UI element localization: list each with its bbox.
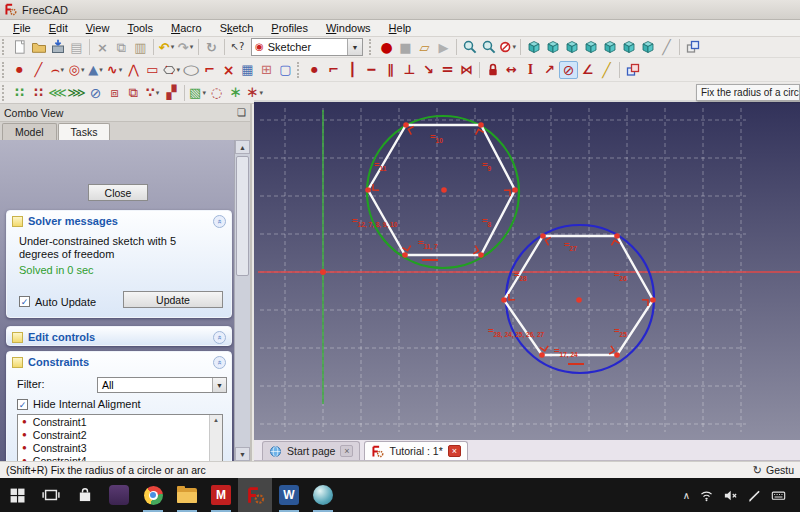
wifi-icon[interactable] <box>699 488 714 503</box>
tab-close-icon[interactable]: × <box>340 445 353 457</box>
constrain-horizontal-button[interactable]: ━ <box>362 61 381 79</box>
view-front-button[interactable] <box>543 38 562 56</box>
menu-edit[interactable]: Edit <box>40 21 77 35</box>
hide-internal-checkbox[interactable]: ✓ <box>17 399 28 410</box>
draw-style-button-dropdown[interactable]: ▾ <box>512 43 516 51</box>
auto-update-checkbox[interactable]: ✓ <box>19 296 30 307</box>
create-circle-button-dropdown[interactable]: ▾ <box>81 66 85 74</box>
constrain-angle-button[interactable]: ∠ <box>578 61 597 79</box>
volume-muted-icon[interactable] <box>723 488 738 503</box>
paste-button[interactable]: ▥ <box>131 38 150 56</box>
create-fillet-button[interactable]: ⌐ <box>200 61 219 79</box>
save-file-button[interactable] <box>48 38 67 56</box>
print-button[interactable]: ▤ <box>67 38 86 56</box>
collapse-solver-icon[interactable]: » <box>213 215 226 228</box>
increase-knot-button-dropdown[interactable]: ▾ <box>260 89 264 97</box>
convert-to-nurbs-button[interactable]: ◌ <box>207 84 226 102</box>
increase-knot-button[interactable]: ∗▾ <box>245 84 264 102</box>
construction-mode-button[interactable]: ▢ <box>276 61 295 79</box>
trim-edge-button[interactable]: × <box>219 61 238 79</box>
close-task-button[interactable]: Close <box>88 184 148 201</box>
store-app-icon[interactable] <box>68 478 102 512</box>
create-point-button[interactable]: ● <box>10 61 29 79</box>
tasks-scrollbar[interactable]: ▲ ▼ <box>234 140 250 461</box>
combo-view-header[interactable]: Combo View ❏ <box>0 104 250 122</box>
gesture-icon[interactable]: ↻ <box>753 464 762 477</box>
macro-stop-button[interactable]: ■ <box>396 38 415 56</box>
cut-button[interactable]: × <box>93 38 112 56</box>
view-isometric-button[interactable] <box>524 38 543 56</box>
freecad-app-icon[interactable] <box>238 478 272 512</box>
workbench-selector-arrow[interactable]: ▼ <box>347 39 362 55</box>
undo-button-dropdown[interactable]: ▾ <box>171 43 175 51</box>
filter-select-arrow[interactable]: ▼ <box>212 378 226 392</box>
constraint-list-item[interactable]: ●Constraint2 <box>18 428 222 441</box>
macro-edit-button[interactable]: ▱ <box>415 38 434 56</box>
word-app-icon[interactable]: W <box>272 478 306 512</box>
constrain-symmetric-button[interactable]: ⋈ <box>457 61 476 79</box>
chrome-app-icon[interactable] <box>136 478 170 512</box>
macro-record-button[interactable]: ● <box>377 38 396 56</box>
carbon-copy-button[interactable]: ⊞ <box>257 61 276 79</box>
constraint-list-item[interactable]: ●Constraint3 <box>18 441 222 454</box>
close-shape-button[interactable]: ∷ <box>10 84 29 102</box>
update-button[interactable]: Update <box>123 291 223 308</box>
redo-button[interactable]: ↷▾ <box>176 38 195 56</box>
rectangular-array-button[interactable]: ▞ <box>162 84 181 102</box>
scroll-up-icon[interactable]: ▲ <box>235 140 250 154</box>
toolbar-handle[interactable] <box>2 85 6 101</box>
create-slot-button[interactable]: ○ <box>181 61 200 79</box>
constrain-vertical-button[interactable]: ┃ <box>343 61 362 79</box>
whats-this-button[interactable]: ↖? <box>228 38 247 56</box>
zoom-fit-button[interactable] <box>460 38 479 56</box>
copy-sketch-button[interactable]: ⧉ <box>124 84 143 102</box>
move-sketch-button-dropdown[interactable]: ▾ <box>156 89 160 97</box>
create-rectangle-button[interactable]: ▭ <box>143 61 162 79</box>
view-left-button[interactable] <box>638 38 657 56</box>
toolbar-handle[interactable] <box>2 39 6 55</box>
tab-close-icon[interactable]: × <box>448 445 461 457</box>
validate-sketch-button-dropdown[interactable]: ▾ <box>202 89 206 97</box>
constrain-snell-button[interactable]: ╱ <box>597 61 616 79</box>
title-bar[interactable]: FreeCAD <box>0 0 800 20</box>
move-sketch-button[interactable]: ∵▾ <box>143 84 162 102</box>
view-top-button[interactable] <box>562 38 581 56</box>
constrain-radius-button[interactable]: ⊘ <box>559 61 578 79</box>
macro-play-button[interactable]: ▶ <box>434 38 453 56</box>
start-button[interactable] <box>0 478 34 512</box>
create-polygon-button-dropdown[interactable]: ▾ <box>176 66 180 74</box>
scrollbar-thumb[interactable] <box>236 156 249 276</box>
scroll-up-icon[interactable]: ▲ <box>210 415 222 426</box>
draw-style-button[interactable]: ▾ <box>498 38 517 56</box>
create-line-button[interactable]: ╱ <box>29 61 48 79</box>
purple-app-icon[interactable] <box>102 478 136 512</box>
external-geometry-button[interactable]: ▦ <box>238 61 257 79</box>
menu-view[interactable]: View <box>77 21 119 35</box>
zoom-selection-button[interactable] <box>479 38 498 56</box>
toolbar-handle[interactable] <box>369 39 373 55</box>
m-app-icon[interactable]: M <box>204 478 238 512</box>
constraint-list-item[interactable]: ●Constraint4 <box>18 454 222 461</box>
navigation-style-label[interactable]: Gestu <box>766 464 794 476</box>
create-arc-button-dropdown[interactable]: ▾ <box>61 66 65 74</box>
menu-tools[interactable]: Tools <box>118 21 162 35</box>
constrain-coincident-button[interactable]: ● <box>305 61 324 79</box>
constrain-perpendicular-button[interactable]: ⊥ <box>400 61 419 79</box>
undo-button[interactable]: ↶▾ <box>157 38 176 56</box>
constrain-equal-button[interactable]: = <box>438 61 457 79</box>
select-elements-button[interactable]: ⋙ <box>67 84 86 102</box>
tray-chevron-icon[interactable]: ∧ <box>683 490 690 501</box>
constrain-horizontal-distance-button[interactable]: ↔ <box>502 61 521 79</box>
refresh-button[interactable]: ↻ <box>202 38 221 56</box>
create-arc-button[interactable]: ⌢▾ <box>48 61 67 79</box>
constraint-list-scrollbar[interactable]: ▲ ▼ <box>209 415 222 461</box>
workbench-selector[interactable]: ◉ Sketcher ▼ <box>251 38 363 56</box>
view-bottom-button[interactable] <box>619 38 638 56</box>
task-view-button[interactable] <box>34 478 68 512</box>
increase-degree-button[interactable]: ∗ <box>226 84 245 102</box>
sketch-canvas[interactable]: =10=11=9=12, 7, 8, 9, 10=8=11, 7=27=28=2… <box>254 102 800 440</box>
clone-button[interactable]: ⧈ <box>105 84 124 102</box>
explorer-app-icon[interactable] <box>170 478 204 512</box>
sketch-3d-viewport[interactable]: =10=11=9=12, 7, 8, 9, 10=8=11, 7=27=28=2… <box>254 100 800 440</box>
menu-sketch[interactable]: Sketch <box>211 21 263 35</box>
